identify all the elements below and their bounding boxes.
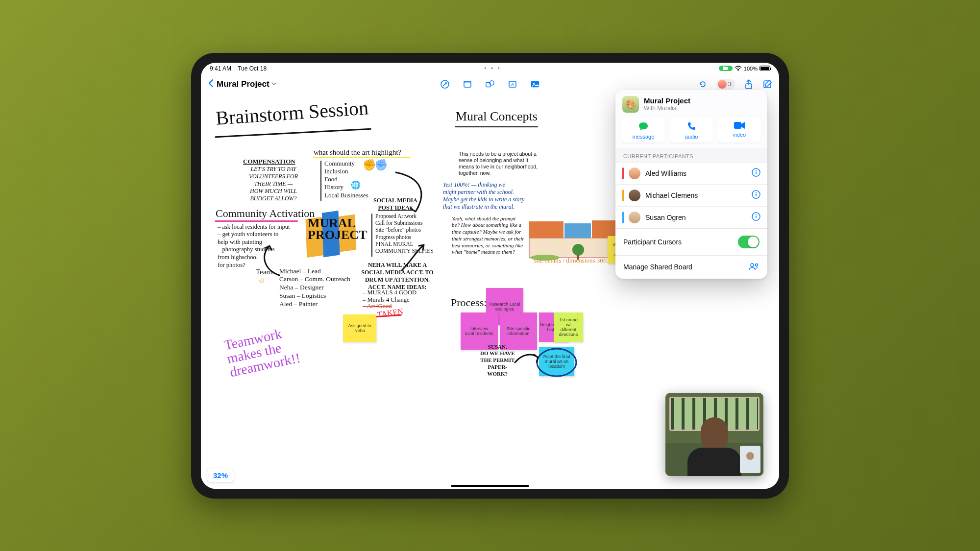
arrow-ink (391, 168, 435, 216)
video-label: video (717, 132, 761, 138)
video-button[interactable]: video (717, 118, 761, 143)
collab-count: 3 (728, 80, 732, 88)
cursor-row-label: Participant Cursors (623, 238, 682, 246)
arrow-ink (397, 241, 431, 275)
globe-icon: 🌐 (351, 180, 361, 190)
avatar-icon (629, 212, 640, 223)
cursor-color (622, 212, 624, 223)
wifi-icon (735, 66, 742, 71)
svg-rect-0 (723, 67, 727, 70)
underline (215, 128, 371, 138)
back-button[interactable] (208, 78, 217, 91)
document-title[interactable]: Mural Project (217, 79, 276, 89)
mural-logo-text: MURAL PROJECT (308, 217, 367, 241)
undo-icon[interactable] (698, 79, 708, 89)
participant-name: Susan Ogren (645, 214, 747, 221)
toolbar-right-tools: 3 (698, 79, 772, 90)
facetime-pip[interactable] (665, 393, 763, 476)
audio-button[interactable]: audio (669, 118, 713, 143)
note-team: Michael – Lead Carson – Comm. Outreach N… (279, 267, 350, 309)
info-icon[interactable] (752, 168, 760, 178)
ipad-screen: 9:41 AM Tue Oct 18 • • • 100% Mural Proj… (201, 63, 779, 489)
manage-board-row[interactable]: Manage Shared Board (615, 255, 767, 279)
audio-label: audio (669, 134, 713, 140)
participant-name: Michael Clemens (645, 192, 747, 199)
arrow-ink (250, 241, 289, 280)
share-icon[interactable] (744, 79, 754, 89)
ipad-frame: 9:41 AM Tue Oct 18 • • • 100% Mural Proj… (191, 53, 789, 499)
status-time-date: 9:41 AM Tue Oct 18 (210, 65, 267, 72)
participant-row[interactable]: Susan Ogren (615, 206, 767, 228)
bracket (371, 214, 372, 257)
facetime-status-pill[interactable] (719, 66, 733, 71)
svg-rect-16 (529, 221, 564, 238)
svg-text:A: A (511, 82, 514, 87)
info-icon[interactable] (752, 212, 760, 222)
note-acct: – MURALS 4 GOOD – Murals 4 Change (363, 289, 416, 304)
svg-rect-17 (564, 223, 591, 238)
svg-rect-33 (756, 216, 757, 218)
multitask-dots[interactable]: • • • (267, 65, 719, 72)
note-teamwork: Teamwork makes the dreamwork!! (223, 324, 301, 379)
shape-tool-icon[interactable] (485, 79, 495, 89)
note-concept-para: This needs to be a project about a sense… (459, 151, 547, 177)
note-concept-yes: Yes! 100%! — thinking we might partner w… (443, 181, 541, 211)
svg-point-23 (537, 349, 576, 376)
board-thumb-icon: 🎨 (622, 96, 639, 113)
sticky-assigned[interactable]: Assigned to Neha (343, 314, 376, 342)
pen-tool-icon[interactable] (440, 79, 450, 89)
collaboration-popover: 🎨 Mural Project With Muralist message au… (615, 90, 767, 279)
pip-person (685, 417, 744, 476)
status-bar: 9:41 AM Tue Oct 18 • • • 100% (201, 63, 779, 74)
zoom-level[interactable]: 32% (207, 468, 234, 483)
bracket (320, 161, 321, 201)
toggle-switch[interactable] (738, 236, 760, 248)
svg-rect-27 (756, 172, 757, 174)
note-compensation: LET'S TRY TO PAY VOLUNTEERS FOR THEIR TI… (239, 166, 308, 202)
svg-point-26 (756, 170, 757, 171)
pip-self-view[interactable] (740, 446, 760, 473)
fist-icon: ✊ (363, 159, 376, 171)
avatar-icon (629, 190, 640, 201)
collaborators-button[interactable]: 3 (716, 79, 735, 90)
underline-magenta (215, 220, 298, 222)
participant-cursors-row[interactable]: Participant Cursors (615, 228, 767, 255)
popover-title: Mural Project (644, 96, 690, 105)
note-art-question: what should the art highlight? (314, 148, 401, 157)
popover-subtitle: With Muralist (644, 105, 690, 112)
document-title-text: Mural Project (217, 79, 270, 89)
message-label: message (621, 134, 665, 140)
svg-rect-3 (464, 81, 471, 83)
heading-process: Process: (451, 297, 487, 308)
media-tool-icon[interactable] (530, 79, 540, 89)
popover-actions: message audio video (615, 118, 767, 148)
compose-icon[interactable] (762, 79, 772, 89)
svg-point-32 (756, 215, 757, 216)
underline (455, 126, 538, 127)
heading-brainstorm: Brainstorm Session (215, 97, 369, 129)
fist-icon: ✊ (374, 159, 388, 171)
sticky-note-tool-icon[interactable] (463, 79, 472, 89)
people-icon (749, 263, 760, 272)
battery-pct: 100% (744, 66, 758, 72)
cursor-color (622, 168, 624, 179)
cursor-color (622, 190, 624, 201)
heading-concepts: Mural Concepts (456, 110, 538, 123)
participant-name: Aled Williams (645, 169, 747, 177)
svg-point-29 (756, 192, 757, 193)
message-button[interactable]: message (621, 118, 665, 143)
note-art-list: Community Inclusion Food History Local B… (324, 160, 368, 199)
battery-icon (760, 66, 770, 71)
popover-header: 🎨 Mural Project With Muralist (615, 90, 767, 118)
text-box-tool-icon[interactable]: A (508, 79, 517, 89)
svg-point-35 (756, 264, 758, 266)
chevron-down-icon (271, 81, 276, 88)
participant-row[interactable]: Michael Clemens (615, 184, 767, 206)
heading-compensation: COMPENSATION (243, 158, 295, 166)
info-icon[interactable] (752, 190, 760, 200)
participant-row[interactable]: Aled Williams (615, 162, 767, 184)
highlight-yellow (313, 157, 411, 158)
home-indicator[interactable] (451, 485, 529, 487)
sticky-round1[interactable]: 1st round w/ different directions (554, 312, 583, 342)
svg-point-20 (572, 244, 584, 256)
